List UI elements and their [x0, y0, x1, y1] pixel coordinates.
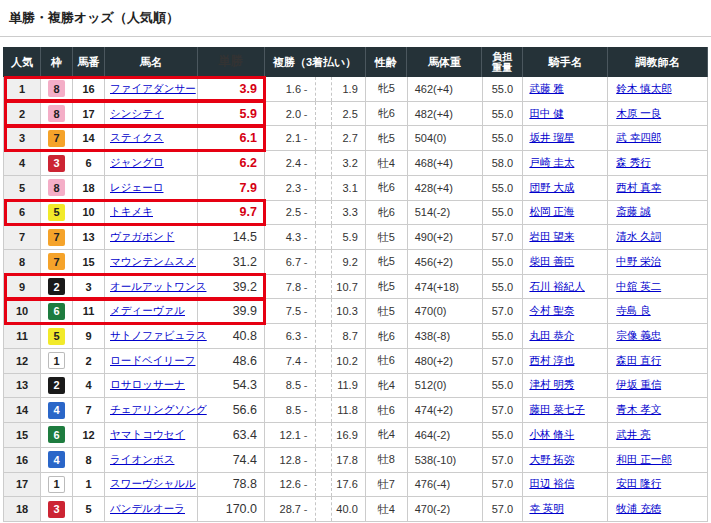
horse-name-link[interactable]: ロードベイリーフ — [110, 354, 195, 368]
table-row: 3 7 14 スティクス 6.1 2.1 - 2.7 牝5 504(0) 55.… — [3, 126, 708, 151]
col-header-weight: 馬体重 — [407, 47, 482, 77]
frame-badge: 1 — [48, 476, 65, 493]
sex-age-cell: 牡4 — [366, 151, 408, 175]
trainer-name-link[interactable]: 木原 一良 — [616, 107, 661, 121]
frame-cell: 5 — [41, 201, 73, 225]
horse-name-link[interactable]: ファイアダンサー — [110, 82, 196, 96]
horse-name-link[interactable]: ライオンボス — [110, 453, 174, 467]
trainer-name-link[interactable]: 寺島 良 — [616, 304, 650, 318]
jockey-name-link[interactable]: 幸 英明 — [529, 502, 563, 516]
horse-name-link[interactable]: ジャングロ — [110, 156, 164, 170]
jockey-name-link[interactable]: 田辺 裕信 — [529, 477, 574, 491]
place-odds-cell: 8.5 - 11.8 — [265, 398, 366, 422]
weight-cell: 514(-2) — [408, 201, 483, 225]
jockey-name-link[interactable]: 津村 明秀 — [529, 378, 574, 392]
horse-name-link[interactable]: スティクス — [110, 131, 164, 145]
weight-cell: 512(0) — [408, 374, 483, 398]
trainer-name-link[interactable]: 清水 久詞 — [616, 230, 661, 244]
place-odds-divider — [315, 102, 332, 126]
horse-name-link[interactable]: シンシティ — [110, 107, 164, 121]
horse-number-cell: 13 — [73, 225, 105, 249]
horse-name-link[interactable]: ヴァガボンド — [110, 230, 174, 244]
jockey-name-link[interactable]: 丸田 恭介 — [529, 329, 574, 343]
trainer-name-link[interactable]: 安田 隆行 — [616, 477, 661, 491]
sex-age-cell: 牡6 — [366, 398, 408, 422]
win-odds: 48.6 — [198, 349, 265, 373]
frame-cell: 3 — [41, 151, 73, 175]
horse-name-link[interactable]: サトノファビュラス — [110, 329, 207, 343]
weight-cell: 480(+2) — [408, 349, 483, 373]
jockey-name-link[interactable]: 大野 拓弥 — [529, 453, 574, 467]
col-header-frame: 枠 — [41, 47, 73, 77]
place-odds-dash: - — [301, 281, 310, 293]
horse-number-cell: 6 — [73, 151, 105, 175]
jockey-name-link[interactable]: 小林 脩斗 — [529, 428, 574, 442]
weight-cell: 456(+2) — [408, 250, 483, 274]
jockey-name-link[interactable]: 坂井 瑠星 — [529, 131, 574, 145]
jockey-name-link[interactable]: 西村 淳也 — [529, 354, 574, 368]
trainer-name-link[interactable]: 西村 真幸 — [616, 181, 661, 195]
win-odds: 6.1 — [198, 126, 265, 150]
row-highlight-region: 10 6 11 メディーヴァル 39.9 — [4, 299, 265, 323]
row-highlight-region: 4 3 6 ジャングロ 6.2 — [4, 151, 265, 175]
row-highlight-region: 1 8 16 ファイアダンサー 3.9 — [4, 77, 265, 101]
row-highlight-region: 2 8 17 シンシティ 5.9 — [4, 102, 265, 126]
trainer-name-link[interactable]: 中野 栄治 — [616, 255, 661, 269]
row-highlight-region: 15 6 12 ヤマトコウセイ 63.4 — [4, 423, 265, 447]
place-odds-low: 12.1 — [265, 429, 301, 441]
win-odds: 40.8 — [198, 324, 265, 348]
table-row: 13 2 4 ロサロッサーナ 54.3 8.5 - 11.9 牝4 512(0)… — [3, 374, 708, 399]
row-highlight-region: 9 2 3 オールアットワンス 39.2 — [4, 275, 265, 299]
jockey-name-link[interactable]: 今村 聖奈 — [529, 304, 574, 318]
table-row: 5 8 18 レジェーロ 7.9 2.3 - 3.1 牝6 428(+4) 55… — [3, 176, 708, 201]
trainer-name-link[interactable]: 伊坂 重信 — [616, 378, 661, 392]
place-odds-high: 10.3 — [332, 305, 365, 317]
jockey-name-link[interactable]: 武藤 雅 — [529, 82, 563, 96]
frame-badge: 1 — [48, 352, 65, 369]
trainer-name-link[interactable]: 武 幸四郎 — [616, 131, 661, 145]
place-odds-dash: - — [301, 330, 310, 342]
horse-name-link[interactable]: スワーヴシャルル — [110, 477, 196, 491]
row-highlight-region: 3 7 14 スティクス 6.1 — [4, 126, 265, 150]
sex-age-cell: 牝6 — [366, 201, 408, 225]
trainer-name-link[interactable]: 青木 孝文 — [616, 403, 661, 417]
trainer-name-link[interactable]: 鈴木 慎太郎 — [616, 82, 671, 96]
horse-name-link[interactable]: ロサロッサーナ — [110, 378, 185, 392]
horse-name-link[interactable]: マウンテンムスメ — [110, 255, 196, 269]
trainer-name-link[interactable]: 宗像 義忠 — [616, 329, 661, 343]
place-odds-high: 2.7 — [332, 132, 365, 144]
impost-cell: 55.0 — [483, 201, 524, 225]
horse-name-link[interactable]: バンデルオーラ — [110, 502, 185, 516]
jockey-name-link[interactable]: 戸崎 圭太 — [529, 156, 574, 170]
frame-cell: 7 — [41, 250, 73, 274]
jockey-name-link[interactable]: 岩田 望来 — [529, 230, 574, 244]
trainer-name-link[interactable]: 和田 正一郎 — [616, 453, 671, 467]
jockey-name-link[interactable]: 柴田 善臣 — [529, 255, 574, 269]
horse-name-link[interactable]: メディーヴァル — [110, 304, 185, 318]
sex-age-cell: 牡7 — [366, 473, 408, 497]
trainer-name-link[interactable]: 森田 直行 — [616, 354, 661, 368]
jockey-name-link[interactable]: 藤田 菜七子 — [529, 403, 584, 417]
jockey-name-link[interactable]: 田中 健 — [529, 107, 563, 121]
jockey-name-link[interactable]: 松岡 正海 — [529, 205, 574, 219]
trainer-name-link[interactable]: 斎藤 誠 — [616, 205, 650, 219]
place-odds-cell: 1.6 - 1.9 — [265, 77, 366, 101]
trainer-name-link[interactable]: 牧浦 充徳 — [616, 502, 661, 516]
trainer-name-link[interactable]: 森 秀行 — [616, 156, 650, 170]
sex-age-cell: 牝4 — [366, 423, 408, 447]
place-odds-cell: 28.7 - 40.0 — [265, 497, 366, 521]
horse-name-link[interactable]: トキメキ — [110, 205, 153, 219]
horse-name-link[interactable]: オールアットワンス — [110, 280, 206, 294]
horse-name-link[interactable]: ヤマトコウセイ — [110, 428, 185, 442]
place-odds-high: 17.8 — [332, 454, 365, 466]
horse-name-link[interactable]: レジェーロ — [110, 181, 163, 195]
place-odds-high: 10.2 — [332, 355, 365, 367]
horse-name-link[interactable]: チェアリングソング — [110, 403, 207, 417]
trainer-name-link[interactable]: 武井 亮 — [616, 428, 650, 442]
jockey-name-link[interactable]: 石川 裕紀人 — [529, 280, 584, 294]
place-odds-divider — [315, 275, 332, 299]
trainer-name-link[interactable]: 中舘 英二 — [616, 280, 661, 294]
win-odds: 31.2 — [198, 250, 265, 274]
jockey-name-link[interactable]: 団野 大成 — [529, 181, 574, 195]
trainer-cell: 寺島 良 — [608, 299, 708, 323]
